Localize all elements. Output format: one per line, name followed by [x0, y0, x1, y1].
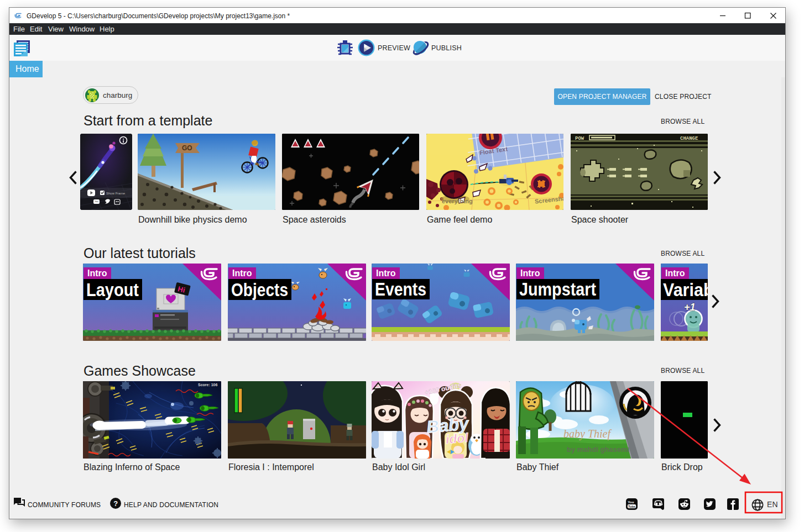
svg-text:Tube: Tube: [628, 505, 635, 508]
svg-text:Intro: Intro: [665, 268, 685, 278]
svg-text:Show Frame: Show Frame: [106, 192, 126, 195]
svg-text:Objects: Objects: [231, 280, 288, 300]
svg-text:Intro: Intro: [376, 268, 396, 278]
svg-text:GO: GO: [182, 144, 192, 152]
svg-text:Layout: Layout: [86, 280, 139, 300]
svg-text:CHANGE: CHANGE: [680, 136, 698, 141]
svg-text:idol: idol: [445, 430, 469, 447]
svg-text:Jumpstart: Jumpstart: [519, 279, 596, 299]
svg-text:by mahdi ghasemi: by mahdi ghasemi: [567, 445, 629, 454]
svg-text:?: ?: [113, 499, 118, 508]
svg-text:Score: 106: Score: 106: [198, 383, 218, 387]
svg-text:+1: +1: [684, 302, 696, 313]
svg-text:You: You: [95, 200, 98, 203]
svg-text:Intro: Intro: [520, 268, 540, 278]
svg-text:baby Thief: baby Thief: [563, 428, 612, 440]
svg-text:Intro: Intro: [87, 268, 107, 278]
svg-text:You: You: [628, 500, 634, 504]
svg-text:everything: everything: [442, 198, 473, 204]
svg-text:POW: POW: [575, 136, 584, 141]
svg-text:Events: Events: [375, 279, 426, 299]
svg-text:Variabl: Variabl: [663, 280, 708, 300]
svg-text:Intro: Intro: [232, 268, 252, 278]
